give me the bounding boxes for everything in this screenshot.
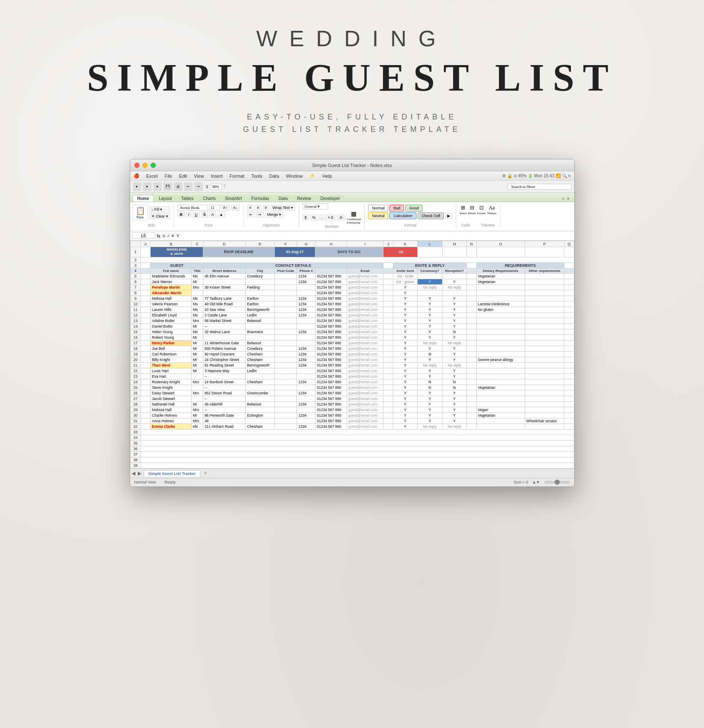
menu-excel[interactable]: Excel: [146, 173, 158, 179]
fill-btn[interactable]: ↓ Fill ▾: [149, 206, 171, 212]
close-button[interactable]: [134, 163, 140, 168]
toolbar-icon-3[interactable]: ●: [153, 182, 162, 191]
cell-q3[interactable]: [564, 263, 574, 268]
highlight-btn[interactable]: ▲: [217, 212, 226, 218]
toolbar-icon-2[interactable]: ●: [143, 182, 151, 191]
clear-btn[interactable]: ✕ Clear ▾: [149, 213, 171, 219]
col-j[interactable]: J: [383, 241, 393, 247]
zoom-bar[interactable]: [544, 481, 570, 483]
col-o[interactable]: O: [476, 241, 525, 247]
format-cell-btn[interactable]: ⊡ Format: [477, 205, 486, 215]
menu-apple[interactable]: 🍎: [134, 173, 140, 179]
cell-p1[interactable]: [525, 247, 564, 257]
scroll-left-icon[interactable]: ◀: [132, 471, 135, 476]
maximize-button[interactable]: [151, 163, 156, 168]
underline-btn[interactable]: U: [193, 212, 200, 218]
indent-dec[interactable]: ⇐: [247, 212, 255, 218]
col-i[interactable]: I: [347, 241, 383, 247]
tab-developer[interactable]: Developer: [316, 195, 345, 202]
menu-tools[interactable]: Tools: [251, 173, 262, 179]
percent-btn[interactable]: %: [310, 215, 318, 221]
cell-a1[interactable]: [141, 247, 151, 257]
menu-help[interactable]: Help: [322, 173, 332, 179]
number-format-box[interactable]: General ▾: [303, 203, 328, 209]
tab-charts[interactable]: Charts: [199, 195, 220, 202]
cell-q4[interactable]: [564, 268, 574, 273]
cell-n3[interactable]: [466, 263, 476, 268]
tab-data[interactable]: Data: [274, 195, 292, 202]
col-n[interactable]: N: [466, 241, 476, 247]
col-c[interactable]: C: [191, 241, 203, 247]
search-box[interactable]: Search in Sheet: [508, 184, 572, 190]
themes-btn[interactable]: Aa Themes: [487, 205, 496, 215]
toolbar-icon-undo[interactable]: ↩: [184, 182, 193, 191]
add-sheet-button[interactable]: +: [201, 470, 210, 477]
menu-format[interactable]: Format: [229, 173, 244, 179]
sheet-tab-guestlist[interactable]: Simple Guest List Tracker: [144, 470, 201, 477]
format-calc[interactable]: Calculation: [389, 212, 416, 219]
menu-data[interactable]: Data: [269, 173, 279, 179]
cell-m1[interactable]: [442, 247, 466, 257]
tab-home[interactable]: Home: [133, 195, 154, 202]
col-m[interactable]: M: [442, 241, 466, 247]
cell-a3[interactable]: [141, 263, 151, 268]
menu-window[interactable]: Window: [286, 173, 303, 179]
col-g[interactable]: G: [297, 241, 315, 247]
col-b[interactable]: B: [151, 241, 192, 247]
cell-q1[interactable]: [564, 247, 574, 257]
tab-review[interactable]: Review: [293, 195, 315, 202]
cell-j4[interactable]: [383, 268, 393, 273]
minimize-button[interactable]: [143, 163, 148, 168]
cell-o1[interactable]: [476, 247, 525, 257]
align-center[interactable]: ≡: [255, 205, 261, 211]
format-good[interactable]: Good: [405, 205, 422, 212]
toolbar-icon-print[interactable]: 🖨: [174, 182, 182, 191]
merge-btn[interactable]: Merge ▾: [265, 212, 283, 218]
col-q[interactable]: Q: [564, 241, 574, 247]
increase-font[interactable]: A↑: [221, 205, 230, 211]
comma-btn[interactable]: ,: [319, 215, 325, 221]
wrap-text[interactable]: Wrap Text ▾: [270, 205, 295, 211]
format-check[interactable]: Check Cell: [418, 212, 444, 219]
cell-reference-box[interactable]: [132, 233, 155, 239]
indent-inc[interactable]: ⇒: [256, 212, 264, 218]
cell-l1[interactable]: [417, 247, 442, 257]
strikethrough-btn[interactable]: S̶: [201, 212, 208, 218]
toolbar-icon-1[interactable]: ●: [133, 182, 141, 191]
format-bad[interactable]: Bad: [389, 205, 404, 212]
font-size-box[interactable]: 12: [209, 205, 220, 211]
font-name-box[interactable]: Avenir Book: [178, 205, 208, 211]
bold-btn[interactable]: B: [178, 212, 185, 218]
zoom-handle[interactable]: [555, 480, 560, 485]
col-a[interactable]: A: [141, 241, 151, 247]
zoom-box[interactable]: 80%: [210, 184, 222, 190]
formula-func-btn[interactable]: ⊙ ✓ ✕: [162, 234, 175, 238]
cell-n4[interactable]: [466, 268, 476, 273]
help-icon[interactable]: ?: [223, 183, 226, 190]
col-d[interactable]: D: [203, 241, 245, 247]
toolbar-icon-redo[interactable]: ↪: [194, 182, 203, 191]
dec-dec-btn[interactable]: .0-: [337, 215, 346, 221]
insert-cell-btn[interactable]: ⊞ Insert: [460, 205, 466, 215]
font-color-btn[interactable]: A: [209, 212, 216, 218]
tab-formulas[interactable]: Formulas: [247, 195, 273, 202]
tab-smartart[interactable]: SmartArt: [221, 195, 246, 202]
col-p[interactable]: P: [525, 241, 564, 247]
scroll-right-icon[interactable]: ▶: [138, 471, 141, 476]
cell-j3[interactable]: [383, 263, 393, 268]
col-f[interactable]: F: [274, 241, 297, 247]
menu-edit[interactable]: Edit: [179, 173, 187, 179]
tab-tables[interactable]: Tables: [177, 195, 198, 202]
decrease-font[interactable]: A↓: [231, 205, 240, 211]
col-h[interactable]: H: [315, 241, 347, 247]
blank-row-2[interactable]: [141, 257, 574, 263]
format-normal[interactable]: Normal: [368, 205, 388, 212]
paste-button[interactable]: 📋 Paste: [133, 205, 148, 221]
align-left[interactable]: ≡: [247, 205, 253, 211]
menu-insert[interactable]: Insert: [211, 173, 223, 179]
menu-view[interactable]: View: [194, 173, 204, 179]
delete-cell-btn[interactable]: ⊟ Delete: [468, 205, 475, 215]
tab-layout[interactable]: Layout: [154, 195, 176, 202]
cell-n1[interactable]: [466, 247, 476, 257]
col-e[interactable]: E: [246, 241, 274, 247]
